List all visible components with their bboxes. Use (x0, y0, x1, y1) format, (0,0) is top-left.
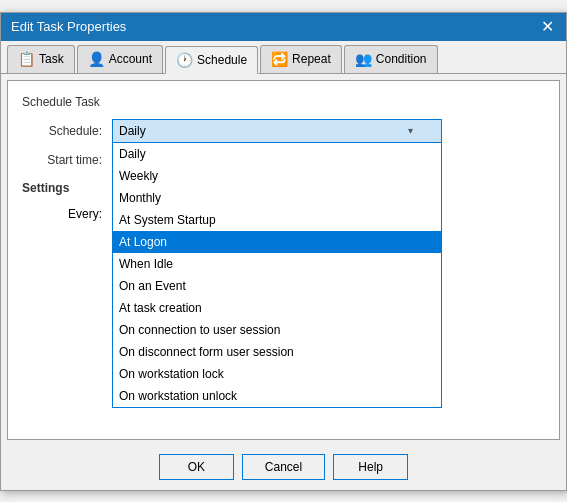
dropdown-item-monthly[interactable]: Monthly (113, 187, 441, 209)
schedule-row: Schedule: Daily ▾ Daily Weekly Monthly A… (22, 119, 545, 143)
dropdown-item-disconnect-user[interactable]: On disconnect form user session (113, 341, 441, 363)
schedule-label: Schedule: (22, 124, 112, 138)
every-label: Every: (22, 207, 112, 221)
tab-task-label: Task (39, 52, 64, 66)
dropdown-item-daily[interactable]: Daily (113, 143, 441, 165)
condition-icon: 👥 (355, 51, 372, 67)
main-content: Schedule Task Schedule: Daily ▾ Daily We… (7, 80, 560, 440)
repeat-icon: 🔁 (271, 51, 288, 67)
tab-repeat-label: Repeat (292, 52, 331, 66)
tab-account[interactable]: 👤 Account (77, 45, 163, 73)
start-time-label: Start time: (22, 153, 112, 167)
chevron-down-icon: ▾ (408, 125, 413, 136)
tab-schedule-label: Schedule (197, 53, 247, 67)
schedule-dropdown-trigger[interactable]: Daily ▾ (112, 119, 442, 143)
dropdown-item-at-logon[interactable]: At Logon (113, 231, 441, 253)
account-icon: 👤 (88, 51, 105, 67)
tab-condition[interactable]: 👥 Condition (344, 45, 438, 73)
schedule-selected-value: Daily (119, 124, 146, 138)
dialog: Edit Task Properties ✕ 📋 Task 👤 Account … (0, 12, 567, 491)
dropdown-item-when-idle[interactable]: When Idle (113, 253, 441, 275)
dropdown-item-connection-user[interactable]: On connection to user session (113, 319, 441, 341)
tab-schedule[interactable]: 🕐 Schedule (165, 46, 258, 74)
task-icon: 📋 (18, 51, 35, 67)
tab-condition-label: Condition (376, 52, 427, 66)
cancel-button[interactable]: Cancel (242, 454, 325, 480)
ok-button[interactable]: OK (159, 454, 234, 480)
close-button[interactable]: ✕ (539, 19, 556, 35)
tab-account-label: Account (109, 52, 152, 66)
tabs-bar: 📋 Task 👤 Account 🕐 Schedule 🔁 Repeat 👥 C… (1, 41, 566, 74)
footer: OK Cancel Help (1, 446, 566, 490)
schedule-dropdown-container: Daily ▾ Daily Weekly Monthly At System S… (112, 119, 442, 143)
tab-task[interactable]: 📋 Task (7, 45, 75, 73)
dialog-title: Edit Task Properties (11, 19, 126, 34)
title-bar: Edit Task Properties ✕ (1, 13, 566, 41)
dropdown-item-system-startup[interactable]: At System Startup (113, 209, 441, 231)
dropdown-item-weekly[interactable]: Weekly (113, 165, 441, 187)
dropdown-item-on-event[interactable]: On an Event (113, 275, 441, 297)
dropdown-item-workstation-lock[interactable]: On workstation lock (113, 363, 441, 385)
schedule-icon: 🕐 (176, 52, 193, 68)
help-button[interactable]: Help (333, 454, 408, 480)
schedule-dropdown-list: Daily Weekly Monthly At System Startup A… (112, 143, 442, 408)
dropdown-item-task-creation[interactable]: At task creation (113, 297, 441, 319)
schedule-task-title: Schedule Task (22, 95, 545, 109)
tab-repeat[interactable]: 🔁 Repeat (260, 45, 342, 73)
dropdown-item-workstation-unlock[interactable]: On workstation unlock (113, 385, 441, 407)
